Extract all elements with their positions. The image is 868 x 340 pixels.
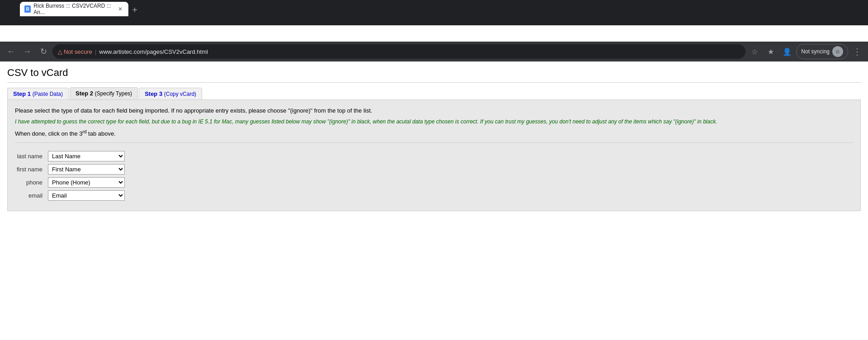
- tab-bar: R Rick Burress ::: CSV2VCARD ::: An... ✕…: [0, 0, 868, 16]
- step2-detail: (Specify Types): [95, 90, 132, 97]
- back-button[interactable]: ←: [4, 44, 18, 59]
- star-icon: ☆: [751, 47, 758, 56]
- tab-title: Rick Burress ::: CSV2VCARD ::: An...: [33, 3, 114, 15]
- forward-icon: →: [23, 47, 31, 57]
- instructions-text: Please select the type of data for each …: [15, 107, 853, 114]
- browser-chrome: R Rick Burress ::: CSV2VCARD ::: An... ✕…: [0, 0, 868, 25]
- table-row: phone Phone (Home) (ignore) Last Name Fi…: [17, 177, 125, 188]
- sync-button[interactable]: Not syncing ☺: [796, 44, 848, 59]
- guess-note-text: I have attempted to guess the correct ty…: [15, 118, 853, 126]
- bookmark-star-button[interactable]: ☆: [747, 44, 762, 59]
- address-bar-row: ← → ↻ △ Not secure | www.artistec.com/pa…: [0, 42, 868, 61]
- superscript-rd: rd: [83, 129, 87, 134]
- step3-label: Step 3: [145, 90, 162, 97]
- tab-step1[interactable]: Step 1 (Paste Data): [7, 88, 69, 99]
- step1-label: Step 1: [13, 90, 31, 97]
- table-row: last name Last Name (ignore) First Name …: [17, 151, 125, 161]
- divider: [15, 142, 853, 143]
- menu-icon: ⋮: [853, 46, 862, 57]
- back-icon: ←: [7, 47, 15, 57]
- step2-label: Step 2: [75, 90, 93, 97]
- url-separator: |: [95, 48, 96, 55]
- forward-button[interactable]: →: [20, 44, 34, 59]
- account-button[interactable]: 👤: [780, 44, 794, 59]
- phone-select[interactable]: Phone (Home) (ignore) Last Name First Na…: [48, 177, 125, 188]
- email-label: email: [17, 190, 46, 201]
- email-select[interactable]: Email (ignore) Last Name First Name Midd…: [48, 190, 125, 201]
- table-row: email Email (ignore) Last Name First Nam…: [17, 190, 125, 201]
- reload-button[interactable]: ↻: [36, 44, 51, 59]
- page-title: CSV to vCard: [7, 67, 861, 83]
- field-rows: last name Last Name (ignore) First Name …: [15, 148, 127, 203]
- bookmarks-icon: ★: [768, 47, 774, 56]
- warning-icon: △: [58, 48, 62, 55]
- page-content: CSV to vCard Step 1 (Paste Data) Step 2 …: [0, 61, 868, 217]
- url-display: www.artistec.com/pages/CSV2vCard.html: [99, 48, 208, 55]
- done-note-suffix: tab above.: [87, 130, 116, 137]
- tab-step2[interactable]: Step 2 (Specify Types): [70, 87, 138, 99]
- done-note-prefix: When done, click on the 3: [15, 130, 83, 137]
- tab-favicon: R: [24, 5, 31, 13]
- first-name-select[interactable]: First Name (ignore) Last Name Middle Nam…: [48, 164, 125, 175]
- new-tab-button[interactable]: +: [128, 4, 141, 16]
- tab-navigation: Step 1 (Paste Data) Step 2 (Specify Type…: [7, 87, 861, 99]
- done-note: When done, click on the 3rd tab above.: [15, 129, 853, 137]
- tab-close-button[interactable]: ✕: [117, 5, 124, 13]
- first-name-label: first name: [17, 164, 46, 175]
- toolbar-icons: ☆ ★ 👤: [747, 44, 794, 59]
- first-name-field: First Name (ignore) Last Name Middle Nam…: [48, 164, 125, 175]
- bookmark-list-button[interactable]: ★: [764, 44, 778, 59]
- browser-menu-button[interactable]: ⋮: [850, 44, 864, 59]
- browser-tab-active[interactable]: R Rick Burress ::: CSV2VCARD ::: An... ✕: [20, 2, 128, 16]
- sync-avatar: ☺: [832, 46, 843, 57]
- phone-label: phone: [17, 177, 46, 188]
- address-bar[interactable]: △ Not secure | www.artistec.com/pages/CS…: [52, 44, 745, 59]
- reload-icon: ↻: [40, 47, 47, 57]
- last-name-label: last name: [17, 151, 46, 161]
- form-panel: Please select the type of data for each …: [7, 99, 861, 211]
- sync-label: Not syncing: [801, 48, 830, 55]
- last-name-select[interactable]: Last Name (ignore) First Name Middle Nam…: [48, 151, 125, 161]
- step3-detail: (Copy vCard): [164, 91, 196, 97]
- last-name-field: Last Name (ignore) First Name Middle Nam…: [48, 151, 125, 161]
- person-icon: 👤: [783, 47, 792, 56]
- step1-detail: (Paste Data): [33, 91, 63, 97]
- email-field: Email (ignore) Last Name First Name Midd…: [48, 190, 125, 201]
- table-row: first name First Name (ignore) Last Name…: [17, 164, 125, 175]
- security-warning: △ Not secure: [58, 48, 92, 55]
- tab-step3[interactable]: Step 3 (Copy vCard): [139, 88, 202, 99]
- phone-field: Phone (Home) (ignore) Last Name First Na…: [48, 177, 125, 188]
